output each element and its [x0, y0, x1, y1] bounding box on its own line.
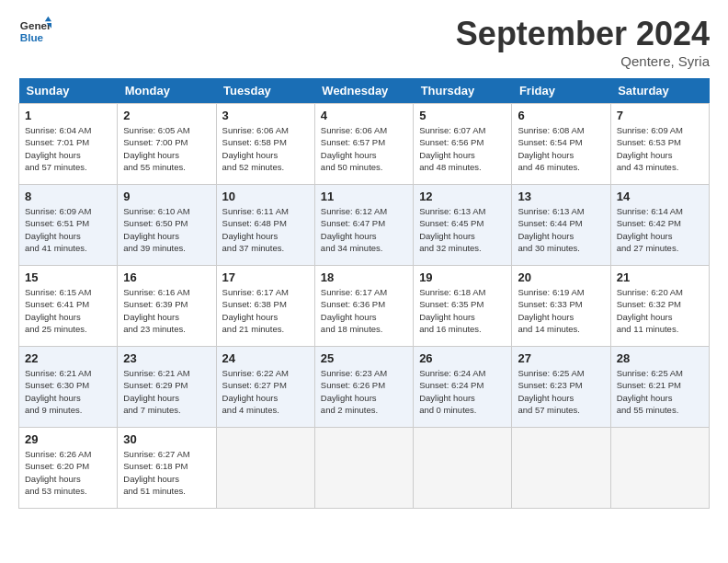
day-cell-22: 22Sunrise: 6:21 AMSunset: 6:30 PMDayligh… — [19, 347, 118, 428]
day-info: Sunrise: 6:17 AMSunset: 6:36 PMDaylight … — [321, 286, 407, 335]
svg-text:Blue: Blue — [20, 31, 44, 43]
logo: General Blue — [18, 15, 51, 48]
day-cell-6: 6Sunrise: 6:08 AMSunset: 6:54 PMDaylight… — [512, 104, 610, 185]
day-cell-27: 27Sunrise: 6:25 AMSunset: 6:23 PMDayligh… — [512, 347, 610, 428]
day-info: Sunrise: 6:25 AMSunset: 6:21 PMDaylight … — [617, 367, 703, 416]
day-number: 17 — [222, 270, 309, 284]
day-cell-14: 14Sunrise: 6:14 AMSunset: 6:42 PMDayligh… — [610, 185, 709, 266]
day-cell-17: 17Sunrise: 6:17 AMSunset: 6:38 PMDayligh… — [216, 266, 314, 347]
day-cell-15: 15Sunrise: 6:15 AMSunset: 6:41 PMDayligh… — [19, 266, 118, 347]
day-cell-30: 30Sunrise: 6:27 AMSunset: 6:18 PMDayligh… — [118, 428, 216, 509]
day-cell-10: 10Sunrise: 6:11 AMSunset: 6:48 PMDayligh… — [216, 185, 314, 266]
day-number: 21 — [617, 270, 703, 284]
day-number: 29 — [25, 432, 111, 446]
day-info: Sunrise: 6:11 AMSunset: 6:48 PMDaylight … — [222, 205, 309, 254]
day-info: Sunrise: 6:27 AMSunset: 6:18 PMDaylight … — [123, 448, 210, 497]
day-number: 9 — [123, 190, 210, 203]
day-cell-13: 13Sunrise: 6:13 AMSunset: 6:44 PMDayligh… — [512, 185, 610, 266]
day-cell-19: 19Sunrise: 6:18 AMSunset: 6:35 PMDayligh… — [414, 266, 512, 347]
logo-icon: General Blue — [18, 15, 51, 48]
day-number: 3 — [222, 109, 309, 122]
day-info: Sunrise: 6:18 AMSunset: 6:35 PMDaylight … — [419, 286, 506, 335]
day-cell-18: 18Sunrise: 6:17 AMSunset: 6:36 PMDayligh… — [314, 266, 413, 347]
calendar-week-1: 1Sunrise: 6:04 AMSunset: 7:01 PMDaylight… — [19, 104, 710, 185]
day-number: 25 — [321, 351, 407, 365]
calendar-week-5: 29Sunrise: 6:26 AMSunset: 6:20 PMDayligh… — [19, 428, 710, 509]
day-cell-4: 4Sunrise: 6:06 AMSunset: 6:57 PMDaylight… — [314, 104, 413, 185]
header-tuesday: Tuesday — [216, 78, 314, 104]
header-friday: Friday — [512, 78, 610, 104]
day-number: 16 — [123, 270, 210, 284]
day-info: Sunrise: 6:12 AMSunset: 6:47 PMDaylight … — [321, 205, 407, 254]
day-info: Sunrise: 6:21 AMSunset: 6:29 PMDaylight … — [123, 367, 210, 416]
day-info: Sunrise: 6:05 AMSunset: 7:00 PMDaylight … — [123, 124, 210, 173]
day-cell-24: 24Sunrise: 6:22 AMSunset: 6:27 PMDayligh… — [216, 347, 314, 428]
calendar-week-2: 8Sunrise: 6:09 AMSunset: 6:51 PMDaylight… — [19, 185, 710, 266]
day-cell-empty — [512, 428, 610, 509]
day-number: 23 — [123, 351, 210, 365]
day-info: Sunrise: 6:07 AMSunset: 6:56 PMDaylight … — [419, 124, 506, 173]
day-number: 11 — [321, 190, 407, 203]
header-saturday: Saturday — [610, 78, 709, 104]
day-cell-empty — [414, 428, 512, 509]
header-monday: Monday — [118, 78, 216, 104]
day-cell-28: 28Sunrise: 6:25 AMSunset: 6:21 PMDayligh… — [610, 347, 709, 428]
calendar-subtitle: Qentere, Syria — [456, 53, 710, 69]
day-cell-1: 1Sunrise: 6:04 AMSunset: 7:01 PMDaylight… — [19, 104, 118, 185]
day-info: Sunrise: 6:09 AMSunset: 6:51 PMDaylight … — [25, 205, 111, 254]
day-number: 8 — [25, 190, 111, 203]
calendar-week-3: 15Sunrise: 6:15 AMSunset: 6:41 PMDayligh… — [19, 266, 710, 347]
day-number: 19 — [419, 270, 506, 284]
day-number: 13 — [518, 190, 604, 203]
day-info: Sunrise: 6:10 AMSunset: 6:50 PMDaylight … — [123, 205, 210, 254]
day-info: Sunrise: 6:13 AMSunset: 6:44 PMDaylight … — [518, 205, 604, 254]
day-number: 4 — [321, 109, 407, 122]
day-number: 1 — [25, 109, 111, 122]
day-cell-23: 23Sunrise: 6:21 AMSunset: 6:29 PMDayligh… — [118, 347, 216, 428]
day-info: Sunrise: 6:06 AMSunset: 6:58 PMDaylight … — [222, 124, 309, 173]
day-number: 24 — [222, 351, 309, 365]
day-number: 18 — [321, 270, 407, 284]
day-info: Sunrise: 6:26 AMSunset: 6:20 PMDaylight … — [25, 448, 111, 497]
day-cell-12: 12Sunrise: 6:13 AMSunset: 6:45 PMDayligh… — [414, 185, 512, 266]
day-number: 12 — [419, 190, 506, 203]
day-cell-20: 20Sunrise: 6:19 AMSunset: 6:33 PMDayligh… — [512, 266, 610, 347]
day-info: Sunrise: 6:23 AMSunset: 6:26 PMDaylight … — [321, 367, 407, 416]
calendar-container: General Blue September 2024 Qentere, Syr… — [0, 0, 728, 518]
day-info: Sunrise: 6:20 AMSunset: 6:32 PMDaylight … — [617, 286, 703, 335]
day-number: 20 — [518, 270, 604, 284]
day-info: Sunrise: 6:17 AMSunset: 6:38 PMDaylight … — [222, 286, 309, 335]
day-number: 26 — [419, 351, 506, 365]
day-info: Sunrise: 6:19 AMSunset: 6:33 PMDaylight … — [518, 286, 604, 335]
day-number: 22 — [25, 351, 111, 365]
day-cell-3: 3Sunrise: 6:06 AMSunset: 6:58 PMDaylight… — [216, 104, 314, 185]
day-cell-29: 29Sunrise: 6:26 AMSunset: 6:20 PMDayligh… — [19, 428, 118, 509]
header-sunday: Sunday — [19, 78, 118, 104]
header-row: Sunday Monday Tuesday Wednesday Thursday… — [19, 78, 710, 104]
day-number: 27 — [518, 351, 604, 365]
day-info: Sunrise: 6:08 AMSunset: 6:54 PMDaylight … — [518, 124, 604, 173]
day-number: 2 — [123, 109, 210, 122]
day-cell-26: 26Sunrise: 6:24 AMSunset: 6:24 PMDayligh… — [414, 347, 512, 428]
header: General Blue September 2024 Qentere, Syr… — [18, 15, 710, 69]
day-cell-25: 25Sunrise: 6:23 AMSunset: 6:26 PMDayligh… — [314, 347, 413, 428]
day-cell-7: 7Sunrise: 6:09 AMSunset: 6:53 PMDaylight… — [610, 104, 709, 185]
day-number: 10 — [222, 190, 309, 203]
calendar-table: Sunday Monday Tuesday Wednesday Thursday… — [18, 78, 710, 509]
day-cell-empty — [216, 428, 314, 509]
day-number: 28 — [617, 351, 703, 365]
title-block: September 2024 Qentere, Syria — [456, 15, 710, 69]
day-info: Sunrise: 6:04 AMSunset: 7:01 PMDaylight … — [25, 124, 111, 173]
day-info: Sunrise: 6:21 AMSunset: 6:30 PMDaylight … — [25, 367, 111, 416]
day-info: Sunrise: 6:16 AMSunset: 6:39 PMDaylight … — [123, 286, 210, 335]
header-wednesday: Wednesday — [314, 78, 413, 104]
day-info: Sunrise: 6:22 AMSunset: 6:27 PMDaylight … — [222, 367, 309, 416]
day-number: 7 — [617, 109, 703, 122]
day-info: Sunrise: 6:25 AMSunset: 6:23 PMDaylight … — [518, 367, 604, 416]
day-cell-empty — [610, 428, 709, 509]
day-info: Sunrise: 6:06 AMSunset: 6:57 PMDaylight … — [321, 124, 407, 173]
day-number: 6 — [518, 109, 604, 122]
day-cell-8: 8Sunrise: 6:09 AMSunset: 6:51 PMDaylight… — [19, 185, 118, 266]
day-info: Sunrise: 6:09 AMSunset: 6:53 PMDaylight … — [617, 124, 703, 173]
day-info: Sunrise: 6:13 AMSunset: 6:45 PMDaylight … — [419, 205, 506, 254]
